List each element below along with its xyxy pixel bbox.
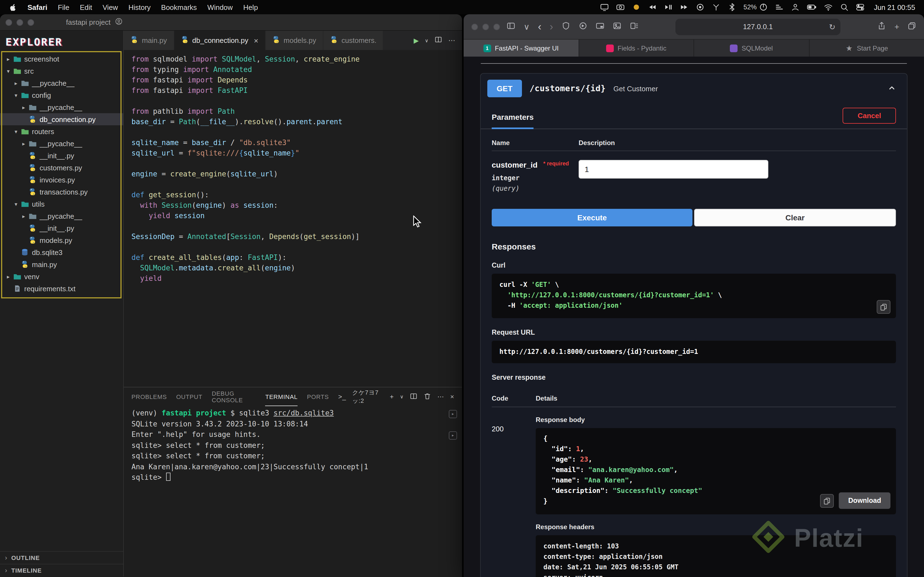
file-tree-item-customers-py[interactable]: customers.py xyxy=(0,161,123,174)
speed-icon[interactable] xyxy=(578,21,587,32)
terminal-command-decoration-icon[interactable]: ▸ xyxy=(449,410,457,418)
code-editor[interactable]: from sqlmodel import SQLModel, Session, … xyxy=(124,50,462,387)
minimize-window-button[interactable] xyxy=(16,19,23,26)
safari-tab-sqlmodel[interactable]: SQLModel xyxy=(694,40,809,56)
split-terminal-icon[interactable] xyxy=(410,392,417,401)
file-tree-item--init-py[interactable]: __init__.py xyxy=(0,150,123,161)
operation-header[interactable]: GET /customers/{id} Get Customer xyxy=(481,74,907,102)
new-terminal-icon[interactable]: + xyxy=(390,393,394,401)
media-play-pause-icon[interactable] xyxy=(664,3,673,11)
media-rewind-icon[interactable] xyxy=(648,3,657,11)
editor-tab-models-py[interactable]: models.py xyxy=(265,31,323,50)
spotlight-icon[interactable] xyxy=(840,3,849,11)
menu-help[interactable]: Help xyxy=(243,3,258,11)
terminal-launch-icon[interactable]: >_ xyxy=(338,393,346,401)
timeline-section-header[interactable]: › TIMELINE xyxy=(0,564,123,577)
clear-button[interactable]: Clear xyxy=(694,209,896,226)
tab-overview-icon[interactable] xyxy=(908,21,916,32)
file-tree-item--pycache-[interactable]: ▸__pycache__ xyxy=(0,101,123,113)
file-tree-item-screenshot[interactable]: ▸screenshot xyxy=(0,53,123,65)
apple-menu-icon[interactable] xyxy=(9,3,17,11)
panel-more-actions-icon[interactable]: ⋯ xyxy=(437,393,444,401)
shield-icon[interactable] xyxy=(561,21,570,32)
plus-icon[interactable]: + xyxy=(894,22,899,31)
battery-icon[interactable] xyxy=(807,2,817,12)
zoom-window-button[interactable] xyxy=(493,23,500,30)
close-tab-icon[interactable]: × xyxy=(254,36,258,45)
collapse-chevron-icon[interactable] xyxy=(883,83,900,94)
panel-tab-output[interactable]: OUTPUT xyxy=(176,387,202,406)
file-tree-item--pycache-[interactable]: ▸__pycache__ xyxy=(0,77,123,89)
copy-icon[interactable] xyxy=(877,300,890,314)
bluetooth-icon[interactable] xyxy=(728,3,737,11)
wifi-icon[interactable] xyxy=(824,3,833,11)
menu-window[interactable]: Window xyxy=(207,3,233,11)
outline-section-header[interactable]: › OUTLINE xyxy=(0,551,123,564)
camera-icon[interactable] xyxy=(616,3,625,11)
download-button[interactable]: Download xyxy=(839,492,890,509)
media-forward-icon[interactable] xyxy=(680,3,688,11)
profile-icon[interactable] xyxy=(115,18,123,27)
file-tree-item-invoices-py[interactable]: invoices.py xyxy=(0,174,123,186)
back-icon[interactable]: ‹ xyxy=(538,21,541,33)
file-tree-item-venv[interactable]: ▸venv xyxy=(0,270,123,282)
menu-view[interactable]: View xyxy=(103,3,118,11)
file-tree-item--pycache-[interactable]: ▸__pycache__ xyxy=(0,210,123,222)
battery-percent-icon[interactable]: 52% xyxy=(744,3,768,11)
close-window-button[interactable] xyxy=(471,23,478,30)
menu-history[interactable]: History xyxy=(128,3,151,11)
terminal-profiles-chevron-icon[interactable]: ∨ xyxy=(400,394,404,400)
customer-id-input[interactable] xyxy=(578,160,768,179)
active-app-name[interactable]: Safari xyxy=(27,3,47,11)
control-center-icon[interactable] xyxy=(856,3,864,11)
file-tree-item-models-py[interactable]: models.py xyxy=(0,234,123,246)
split-editor-icon[interactable] xyxy=(435,36,442,45)
panel-tab-debug-console[interactable]: DEBUG CONSOLE xyxy=(212,387,256,406)
share-icon[interactable] xyxy=(877,21,886,32)
editor-tab-db-connection-py[interactable]: db_connection.py× xyxy=(174,31,265,50)
file-tree-item-requirements-txt[interactable]: requirements.txt xyxy=(0,282,123,295)
grid-icon[interactable] xyxy=(630,21,638,32)
recording-dot-icon[interactable] xyxy=(632,3,641,11)
menu-bar-clock[interactable]: Jun 21 00:55 xyxy=(874,3,915,11)
address-bar[interactable]: 127.0.0.1 ↻ xyxy=(675,18,840,35)
panel-tab-terminal[interactable]: TERMINAL xyxy=(265,387,298,406)
levels-icon[interactable] xyxy=(775,3,784,11)
editor-tab-customers-[interactable]: customers. xyxy=(323,31,384,50)
menu-edit[interactable]: Edit xyxy=(80,3,92,11)
editor-tab-main-py[interactable]: main.py xyxy=(124,31,174,50)
file-tree-item-main-py[interactable]: main.py xyxy=(0,258,123,270)
run-options-chevron-icon[interactable]: ∨ xyxy=(425,38,428,43)
safari-tab-fastapi-swagger-ui[interactable]: 1FastAPI - Swagger UI xyxy=(464,40,579,56)
file-tree-item-utils[interactable]: ▾utils xyxy=(0,198,123,210)
pip-icon[interactable] xyxy=(595,21,604,32)
terminal[interactable]: ▸ ▸ (venv) fastapi project $ sqlite3 src… xyxy=(124,406,462,577)
editor-more-actions-icon[interactable]: ⋯ xyxy=(448,36,456,45)
reload-icon[interactable]: ↻ xyxy=(829,22,835,31)
run-python-file-button[interactable]: ▶ xyxy=(414,37,418,44)
file-tree-item-src[interactable]: ▾src xyxy=(0,65,123,77)
close-window-button[interactable] xyxy=(5,19,12,26)
kill-terminal-icon[interactable] xyxy=(423,392,431,401)
sidebar-icon[interactable] xyxy=(507,21,515,32)
file-tree-item-db-connection-py[interactable]: db_connection.py xyxy=(0,113,123,125)
safari-tab-fields-pydantic[interactable]: Fields - Pydantic xyxy=(579,40,694,56)
display-icon[interactable] xyxy=(600,3,609,11)
photos-icon[interactable] xyxy=(612,21,621,32)
branch-icon[interactable] xyxy=(712,3,720,11)
file-tree-item-routers[interactable]: ▾routers xyxy=(0,125,123,137)
file-tree-item--init-py[interactable]: __init__.py xyxy=(0,222,123,234)
file-tree-item--pycache-[interactable]: ▸__pycache__ xyxy=(0,137,123,150)
panel-tab-problems[interactable]: PROBLEMS xyxy=(131,387,167,406)
execute-button[interactable]: Execute xyxy=(492,209,693,226)
file-tree-item-config[interactable]: ▾config xyxy=(0,89,123,101)
chevron-down-icon[interactable]: ∨ xyxy=(523,22,530,32)
terminal-command-decoration-icon[interactable]: ▸ xyxy=(449,431,457,440)
forward-icon[interactable]: › xyxy=(550,21,553,33)
safari-tab-start-page[interactable]: ★Start Page xyxy=(809,40,924,56)
copy-icon[interactable] xyxy=(820,494,834,508)
user-icon[interactable] xyxy=(791,3,800,11)
screen-record-icon[interactable] xyxy=(696,3,704,11)
menu-file[interactable]: File xyxy=(58,3,69,11)
close-panel-icon[interactable]: × xyxy=(450,393,454,401)
